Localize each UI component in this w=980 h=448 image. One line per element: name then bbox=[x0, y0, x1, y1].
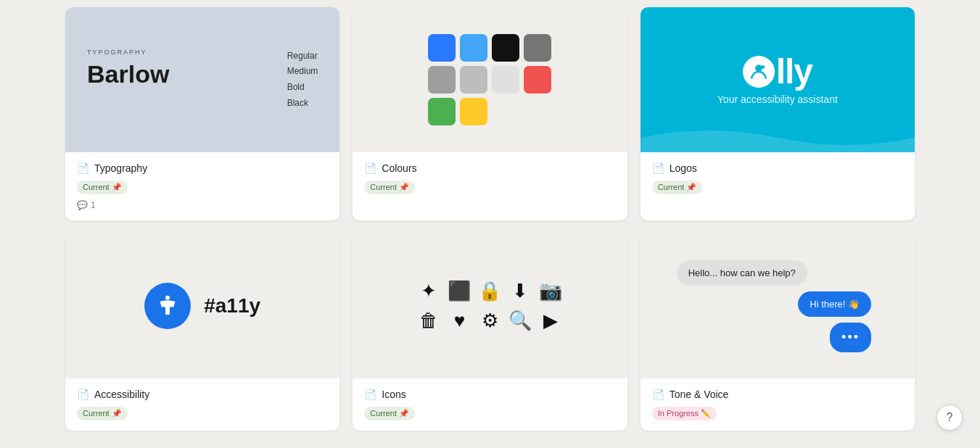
download-icon: ⬇ bbox=[508, 280, 532, 302]
lock-icon: 🔒 bbox=[478, 280, 501, 302]
wave-svg bbox=[641, 123, 915, 152]
card-title: Colours bbox=[382, 162, 416, 174]
a11y-icon bbox=[144, 283, 191, 329]
card-title: Logos bbox=[670, 162, 697, 174]
colour-swatch bbox=[492, 66, 519, 94]
status-badge: Current 📌 bbox=[364, 181, 415, 194]
a11y-content: #a11y bbox=[144, 283, 260, 329]
card-title-row: 📄 Accessibility bbox=[77, 389, 328, 400]
comment-row: 💬 1 bbox=[77, 200, 328, 210]
card-icons[interactable]: ✦⬛🔒⬇📷🗑♥⚙🔍▶ 📄 Icons Current 📌 bbox=[353, 233, 627, 431]
typo-name: Barlow bbox=[87, 62, 169, 86]
card-logos[interactable]: lly Your accessibility assistant 📄 Logos… bbox=[641, 7, 915, 220]
icons-grid: ✦⬛🔒⬇📷🗑♥⚙🔍▶ bbox=[410, 273, 569, 339]
typo-weights: RegularMediumBoldBlack bbox=[287, 49, 318, 111]
card-colours[interactable]: 📄 Colours Current 📌 bbox=[353, 7, 627, 220]
doc-icon: 📄 bbox=[652, 389, 664, 400]
tone-chat: Hello... how can we help? Hi there! 👋 ••… bbox=[641, 246, 893, 367]
comment-icon: 💬 bbox=[77, 200, 88, 210]
card-title: Accessibility bbox=[94, 389, 149, 400]
colour-swatch bbox=[524, 66, 551, 94]
card-title: Typography bbox=[94, 162, 147, 174]
trash-icon: 🗑 bbox=[417, 310, 440, 332]
colour-swatch bbox=[428, 66, 456, 94]
colour-swatch bbox=[492, 34, 519, 62]
status-badge: Current 📌 bbox=[77, 181, 128, 194]
chat-helper-bubble: Hello... how can we help? bbox=[677, 260, 807, 286]
doc-icon: 📄 bbox=[364, 162, 376, 174]
card-title-row: 📄 Tone & Voice bbox=[652, 389, 903, 400]
logo-elly: lly Your accessibility assistant bbox=[717, 54, 838, 105]
colour-swatch bbox=[460, 98, 487, 125]
doc-icon: 📄 bbox=[77, 389, 89, 400]
status-badge: Current 📌 bbox=[652, 181, 703, 194]
brightness-icon: ✦ bbox=[417, 280, 440, 302]
search-icon: 🔍 bbox=[508, 310, 532, 332]
play-icon: ▶ bbox=[539, 310, 562, 332]
status-badge: In Progress ✏️ bbox=[652, 407, 717, 420]
colours-grid bbox=[428, 34, 551, 125]
doc-icon: 📄 bbox=[77, 162, 89, 174]
chat-typing-bubble: ••• bbox=[830, 323, 871, 352]
svg-point-0 bbox=[755, 65, 762, 72]
gear-icon: ⚙ bbox=[478, 310, 501, 332]
card-title-row: 📄 Typography bbox=[77, 162, 328, 174]
preview-accessibility: #a11y bbox=[65, 233, 339, 378]
cards-grid: TYPOGRAPHY Barlow RegularMediumBoldBlack… bbox=[0, 0, 980, 445]
logo-subtitle: Your accessibility assistant bbox=[717, 94, 838, 105]
card-title-row: 📄 Colours bbox=[364, 162, 615, 174]
doc-icon: 📄 bbox=[364, 389, 376, 400]
colour-swatch bbox=[460, 66, 487, 94]
card-tone-voice[interactable]: Hello... how can we help? Hi there! 👋 ••… bbox=[641, 233, 915, 431]
card-body: 📄 Tone & Voice In Progress ✏️ bbox=[641, 378, 915, 431]
preview-tone: Hello... how can we help? Hi there! 👋 ••… bbox=[641, 233, 915, 378]
card-typography[interactable]: TYPOGRAPHY Barlow RegularMediumBoldBlack… bbox=[65, 7, 339, 220]
card-title: Icons bbox=[382, 389, 405, 400]
card-body: 📄 Logos Current 📌 bbox=[641, 152, 915, 204]
card-body: 📄 Icons Current 📌 bbox=[353, 378, 627, 431]
heart-icon: ♥ bbox=[448, 310, 471, 332]
card-accessibility[interactable]: #a11y 📄 Accessibility Current 📌 bbox=[65, 233, 339, 431]
camera-icon: 📷 bbox=[539, 280, 562, 302]
typo-label: TYPOGRAPHY bbox=[87, 49, 169, 56]
help-button[interactable]: ? bbox=[936, 405, 963, 431]
card-title-row: 📄 Logos bbox=[652, 162, 903, 174]
preview-icons: ✦⬛🔒⬇📷🗑♥⚙🔍▶ bbox=[353, 233, 627, 378]
card-body: 📄 Colours Current 📌 bbox=[353, 152, 627, 204]
a11y-text: #a11y bbox=[204, 294, 260, 318]
comment-count: 1 bbox=[91, 200, 96, 210]
colour-swatch bbox=[428, 34, 456, 62]
card-title-row: 📄 Icons bbox=[364, 389, 615, 400]
preview-typography: TYPOGRAPHY Barlow RegularMediumBoldBlack bbox=[65, 7, 339, 152]
colour-swatch bbox=[428, 98, 456, 125]
card-body: 📄 Typography Current 📌 💬 1 bbox=[65, 152, 339, 220]
card-body: 📄 Accessibility Current 📌 bbox=[65, 378, 339, 431]
logo-circle bbox=[743, 56, 775, 88]
chat-user-bubble: Hi there! 👋 bbox=[798, 291, 871, 317]
colour-swatch bbox=[460, 34, 487, 62]
svg-point-1 bbox=[761, 65, 765, 69]
svg-point-2 bbox=[165, 296, 170, 300]
status-badge: Current 📌 bbox=[77, 407, 128, 420]
doc-icon: 📄 bbox=[652, 162, 664, 174]
preview-colours bbox=[353, 7, 627, 152]
card-title: Tone & Voice bbox=[670, 389, 729, 400]
status-badge: Current 📌 bbox=[364, 407, 415, 420]
preview-logos: lly Your accessibility assistant bbox=[641, 7, 915, 152]
colour-swatch bbox=[524, 34, 551, 62]
image-icon: ⬛ bbox=[448, 280, 471, 302]
logo-text: lly bbox=[743, 54, 812, 89]
